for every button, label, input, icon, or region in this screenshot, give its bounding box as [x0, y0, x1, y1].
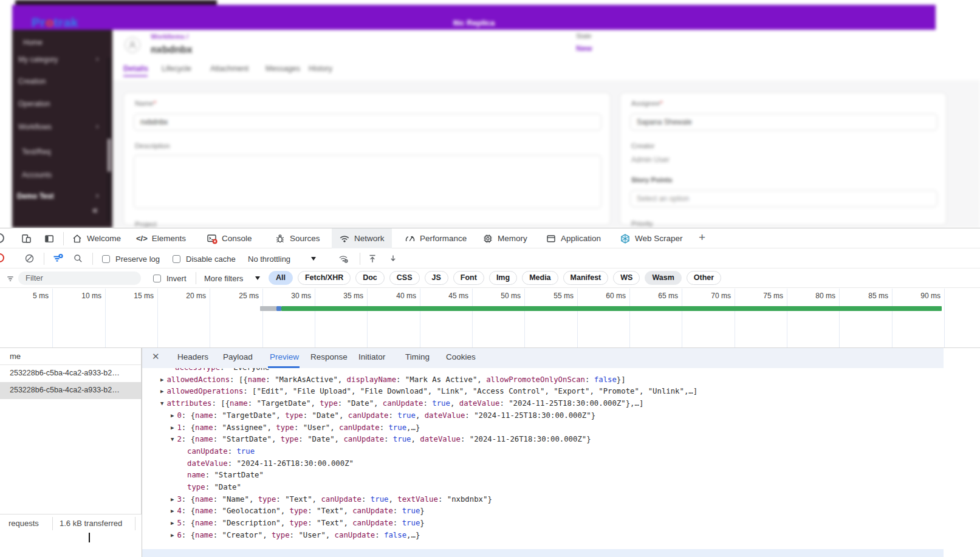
tab-lifecycle[interactable]: Lifecycle: [162, 64, 191, 73]
divider: [135, 517, 135, 530]
request-row-selected[interactable]: 253228b6-c5ba-4ca2-a933-b2…: [0, 382, 141, 399]
assignee-input[interactable]: Sapana Shewale: [630, 114, 937, 131]
protrak-app-region: Protrak Itic Replica Home My category › …: [0, 0, 980, 228]
disclosure-triangle-icon[interactable]: ▶: [171, 496, 174, 502]
request-detail-tabbar: ✕ Headers Payload Preview Response Initi…: [142, 348, 944, 368]
sidebar-item-accounts[interactable]: Accounts: [22, 171, 52, 179]
sidebar-item-workflows[interactable]: Workflows: [18, 123, 52, 131]
transferred-size: 1.6 kB transferred: [60, 519, 122, 528]
disclosure-triangle-icon[interactable]: ▶: [171, 520, 174, 526]
requests-name-column-header[interactable]: me: [0, 348, 142, 365]
detail-tab-payload[interactable]: Payload: [223, 352, 253, 361]
project-label: Project: [135, 220, 157, 228]
sidebar-item-home[interactable]: Home: [23, 38, 43, 47]
network-status-bar: requests 1.6 kB transferred: [0, 514, 142, 532]
detail-tab-timing[interactable]: Timing: [405, 352, 430, 361]
text-cursor-artifact: [89, 533, 90, 542]
request-row[interactable]: 253228b6-c5ba-4ca2-a933-b2…: [0, 365, 141, 382]
ruler-tick-label: 30 ms: [276, 292, 311, 300]
json-line[interactable]: ▶5: {name: "Description", type: "Text", …: [171, 519, 425, 527]
json-line[interactable]: ▶4: {name: "Geolocation", type: "Text", …: [171, 507, 425, 515]
ruler-tick-label: 45 ms: [433, 292, 468, 300]
side-details-card: Assignee* Sapana Shewale Creator Admin U…: [620, 92, 947, 225]
disclosure-triangle-icon[interactable]: ▼: [160, 400, 163, 406]
json-line[interactable]: ▶0: {name: "TargetDate", type: "Date", c…: [171, 411, 595, 420]
ruler-tick-label: 20 ms: [171, 292, 206, 300]
disclosure-triangle-icon[interactable]: ▶: [160, 388, 163, 394]
ruler-tick-label: 85 ms: [853, 292, 888, 300]
sidebar-item-testreq[interactable]: Test/Req: [22, 148, 50, 156]
detail-tab-preview[interactable]: Preview: [270, 352, 299, 361]
ruler-tick-label: 70 ms: [696, 292, 731, 300]
ruler-tick-label: 75 ms: [748, 292, 783, 300]
json-line[interactable]: ▶1: {name: "Assignee", type: "User", can…: [171, 423, 420, 432]
json-line[interactable]: ▶6: {name: "Creator", type: "User", canU…: [171, 531, 420, 539]
ruler-tick-label: 5 ms: [13, 292, 49, 300]
json-line: name: "StartDate": [187, 471, 264, 479]
disclosure-triangle-icon[interactable]: ▶: [171, 508, 174, 514]
ruler-tick-label: 60 ms: [591, 292, 626, 300]
ruler-tick-label: 35 ms: [328, 292, 363, 300]
creator-label: Creator: [631, 142, 654, 149]
state-label: State: [576, 32, 592, 39]
chevron-right-icon: ›: [96, 191, 98, 200]
disclosure-triangle-icon[interactable]: ▶: [171, 425, 174, 431]
sidebar-item-demo-test[interactable]: Demo Test: [17, 192, 53, 200]
name-input[interactable]: nxbdnbx: [134, 114, 601, 131]
detail-tab-response[interactable]: Response: [310, 352, 348, 361]
json-line[interactable]: ▶allowedActions: [{name: "MarkAsActive",…: [160, 375, 626, 384]
app-sidebar: Home My category › Creation Operation Wo…: [12, 30, 112, 228]
disclosure-triangle-icon[interactable]: ▶: [171, 532, 174, 538]
active-detail-tab-underline: [268, 366, 300, 368]
ruler-tick-label: 15 ms: [118, 292, 154, 300]
json-line[interactable]: ▼2: {name: "StartDate", type: "Date", ca…: [171, 435, 591, 443]
ruler-tick-label: 10 ms: [66, 292, 101, 300]
breadcrumb[interactable]: WorkItems /: [151, 33, 188, 40]
ruler-tick-label: 25 ms: [224, 292, 259, 300]
ruler-tick-label: 65 ms: [643, 292, 678, 300]
sidebar-collapse-icon[interactable]: «: [92, 205, 98, 216]
screenshot-root: Protrak Itic Replica Home My category › …: [0, 0, 980, 557]
preview-scrollbar-track[interactable]: [142, 549, 944, 557]
ruler-tick-label: 50 ms: [485, 292, 521, 300]
disclosure-triangle-icon[interactable]: ▶: [171, 412, 174, 419]
divider: [52, 517, 53, 530]
divider: [142, 348, 142, 557]
sidebar-item-category[interactable]: My category: [18, 55, 58, 64]
detail-tab-headers[interactable]: Headers: [177, 352, 208, 361]
detail-tab-cookies[interactable]: Cookies: [446, 352, 476, 361]
person-icon: [126, 39, 139, 51]
sidebar-item-operation[interactable]: Operation: [18, 100, 50, 108]
tab-attachment[interactable]: Attachment: [210, 64, 248, 73]
creator-value: Admin User: [631, 155, 670, 164]
tab-messages[interactable]: Messages: [266, 64, 300, 73]
json-line: canUpdate: true: [187, 447, 255, 456]
app-header-bar: Protrak Itic Replica: [12, 5, 936, 30]
json-line: type: "Date": [187, 483, 241, 491]
devtools-panel: Welcome </> Elements Console: [0, 228, 980, 557]
active-tab-underline: [123, 75, 148, 77]
avatar: [125, 37, 140, 53]
json-line[interactable]: ▼attributes: [{name: "TargetDate", type:…: [160, 399, 643, 408]
json-line[interactable]: ▶3: {name: "Name", type: "Text", canUpda…: [171, 495, 492, 504]
name-label: Name*: [135, 100, 156, 107]
window-title: Itic Replica: [12, 18, 936, 27]
details-card: Name* nxbdnbx Description Project: [123, 92, 611, 225]
disclosure-triangle-icon[interactable]: ▶: [160, 377, 163, 383]
tab-details[interactable]: Details: [123, 64, 148, 73]
story-points-select[interactable]: Select an option: [630, 190, 937, 207]
description-textarea[interactable]: [134, 155, 601, 208]
state-badge: New: [576, 44, 592, 53]
sidebar-scrollbar-thumb[interactable]: [108, 138, 111, 172]
sidebar-item-creation[interactable]: Creation: [18, 77, 46, 86]
ruler-tick-label: 55 ms: [538, 292, 574, 300]
json-line[interactable]: ▶allowedOperations: ["Edit", "File Uploa…: [160, 387, 697, 395]
page-title: nxbdnbx: [151, 44, 193, 55]
detail-tab-initiator[interactable]: Initiator: [358, 352, 385, 361]
priority-label: Priority: [631, 220, 653, 227]
tab-history[interactable]: History: [309, 64, 332, 73]
ruler-tick-label: 40 ms: [381, 292, 416, 300]
disclosure-triangle-icon[interactable]: ▼: [171, 436, 174, 442]
assignee-label: Assignee*: [631, 100, 663, 107]
close-icon[interactable]: ✕: [152, 351, 160, 362]
